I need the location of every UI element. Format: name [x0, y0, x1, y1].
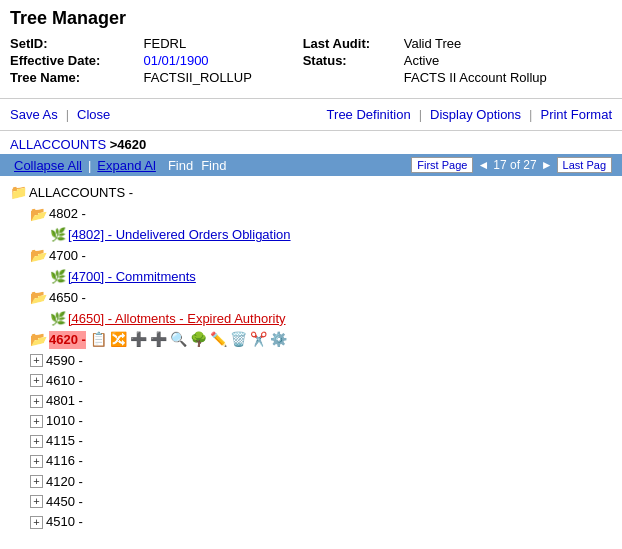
node-4115-label: 4115 -: [46, 432, 83, 450]
breadcrumb: ALLACCOUNTS >4620: [0, 135, 622, 154]
display-options-link[interactable]: Display Options: [430, 107, 521, 122]
tree-node-4700-leaf: 🌿 [4700] - Commitments: [10, 267, 612, 287]
node-4650-leaf-icon: 🌿: [50, 310, 66, 328]
pagination: First Page ◄ 17 of 27 ► Last Pag: [411, 157, 612, 173]
find-label: Find: [168, 158, 193, 173]
node-4116-expand[interactable]: +: [30, 455, 43, 468]
node-4700-label: 4700 -: [49, 247, 86, 265]
tree-node-root: 📁 ALLACCOUNTS -: [10, 182, 612, 204]
tree-name-label: Tree Name:: [10, 69, 144, 86]
tree-node-4801: + 4801 -: [10, 391, 612, 411]
node-4115-expand[interactable]: +: [30, 435, 43, 448]
setid-value: FEDRL: [144, 35, 303, 52]
expand-all-button[interactable]: Expand Al: [93, 158, 160, 173]
action-cut-icon[interactable]: ✂️: [250, 330, 267, 350]
action-move-icon[interactable]: 🔀: [110, 330, 127, 350]
node-4450-label: 4450 -: [46, 493, 83, 511]
node-1010-expand[interactable]: +: [30, 415, 43, 428]
collapse-all-button[interactable]: Collapse All: [10, 158, 86, 173]
node-1010-label: 1010 -: [46, 412, 83, 430]
tree-node-4590: + 4590 -: [10, 351, 612, 371]
tree-node-4116: + 4116 -: [10, 451, 612, 471]
tree-node-4115: + 4115 -: [10, 431, 612, 451]
node-4802-leaf-label[interactable]: [4802] - Undelivered Orders Obligation: [68, 226, 291, 244]
node-4700-leaf-icon: 🌿: [50, 268, 66, 286]
breadcrumb-root[interactable]: ALLACCOUNTS: [10, 137, 106, 152]
first-page-link[interactable]: First Page: [411, 157, 473, 173]
tree-node-4450: + 4450 -: [10, 492, 612, 512]
tree-node-4802-leaf: 🌿 [4802] - Undelivered Orders Obligation: [10, 225, 612, 245]
action-icons-4620: 📋 🔀 ➕ ➕ 🔍 🌳 ✏️ 🗑️ ✂️ ⚙️: [90, 330, 287, 350]
node-4610-label: 4610 -: [46, 372, 83, 390]
save-as-link[interactable]: Save As: [10, 107, 58, 122]
node-4700-folder-icon: 📂: [30, 246, 47, 266]
node-4620-label[interactable]: 4620 -: [49, 331, 86, 349]
tree-node-4650: 📂 4650 -: [10, 287, 612, 309]
page-title: Tree Manager: [10, 8, 612, 29]
node-4510-expand[interactable]: +: [30, 516, 43, 529]
tree-node-4620: 📂 4620 - 📋 🔀 ➕ ➕ 🔍 🌳 ✏️ 🗑️ ✂️ ⚙️: [10, 329, 612, 351]
tree-name-value: FACTSII_ROLLUP: [144, 69, 303, 86]
last-audit-label: Last Audit:: [303, 35, 404, 52]
root-folder-icon: 📁: [10, 183, 27, 203]
tree-content: 📁 ALLACCOUNTS - 📂 4802 - 🌿 [4802] - Unde…: [0, 176, 622, 538]
node-4450-expand[interactable]: +: [30, 495, 43, 508]
action-delete-icon[interactable]: 🗑️: [230, 330, 247, 350]
divider-1: [0, 98, 622, 99]
action-copy-icon[interactable]: 📋: [90, 330, 107, 350]
tree-node-4510: + 4510 -: [10, 512, 612, 532]
node-4590-label: 4590 -: [46, 352, 83, 370]
node-4590-expand[interactable]: +: [30, 354, 43, 367]
effective-date-label: Effective Date:: [10, 52, 144, 69]
action-tree-icon[interactable]: 🌳: [190, 330, 207, 350]
node-4620-folder-icon: 📂: [30, 330, 47, 350]
action-insert-icon[interactable]: ➕: [130, 330, 147, 350]
node-4610-expand[interactable]: +: [30, 374, 43, 387]
node-4510-label: 4510 -: [46, 513, 83, 531]
tree-node-1010: + 1010 -: [10, 411, 612, 431]
breadcrumb-current: >4620: [110, 137, 147, 152]
last-page-link[interactable]: Last Pag: [557, 157, 612, 173]
prev-icon[interactable]: ◄: [477, 158, 489, 172]
node-4120-expand[interactable]: +: [30, 475, 43, 488]
action-edit-icon[interactable]: ✏️: [210, 330, 227, 350]
node-4650-label: 4650 -: [49, 289, 86, 307]
node-4802-folder-icon: 📂: [30, 205, 47, 225]
tree-node-4610: + 4610 -: [10, 371, 612, 391]
node-4116-label: 4116 -: [46, 452, 83, 470]
divider-2: [0, 130, 622, 131]
close-link[interactable]: Close: [77, 107, 110, 122]
page-info: 17 of 27: [493, 158, 536, 172]
print-format-link[interactable]: Print Format: [540, 107, 612, 122]
next-icon[interactable]: ►: [541, 158, 553, 172]
status-value: Active: [404, 52, 612, 69]
node-4801-label: 4801 -: [46, 392, 83, 410]
tree-node-4700: 📂 4700 -: [10, 245, 612, 267]
root-label: ALLACCOUNTS -: [29, 184, 133, 202]
toolbar-sep-1: |: [66, 107, 69, 122]
tree-name-desc: FACTS II Account Rollup: [404, 69, 612, 86]
action-insert2-icon[interactable]: ➕: [150, 330, 167, 350]
tree-node-4650-leaf: 🌿 [4650] - Allotments - Expired Authorit…: [10, 309, 612, 329]
action-special-icon[interactable]: ⚙️: [270, 330, 287, 350]
setid-label: SetID:: [10, 35, 144, 52]
tree-toolbar: Collapse All | Expand Al Find Find First…: [0, 154, 622, 176]
find-text: Find: [201, 158, 226, 173]
tree-node-4120: + 4120 -: [10, 472, 612, 492]
action-detail-icon[interactable]: 🔍: [170, 330, 187, 350]
node-4802-leaf-icon: 🌿: [50, 226, 66, 244]
status-label: Status:: [303, 52, 404, 69]
toolbar-sep-4: |: [88, 158, 91, 173]
node-4802-label: 4802 -: [49, 205, 86, 223]
node-4650-leaf-label[interactable]: [4650] - Allotments - Expired Authority: [68, 310, 286, 328]
node-4801-expand[interactable]: +: [30, 395, 43, 408]
last-audit-value: Valid Tree: [404, 35, 612, 52]
toolbar: Save As | Close Tree Definition | Displa…: [0, 103, 622, 126]
effective-date-value: 01/01/1900: [144, 52, 303, 69]
tree-node-4802: 📂 4802 -: [10, 204, 612, 226]
tree-definition-link[interactable]: Tree Definition: [327, 107, 411, 122]
node-4120-label: 4120 -: [46, 473, 83, 491]
node-4700-leaf-label[interactable]: [4700] - Commitments: [68, 268, 196, 286]
toolbar-sep-3: |: [529, 107, 532, 122]
node-4650-folder-icon: 📂: [30, 288, 47, 308]
